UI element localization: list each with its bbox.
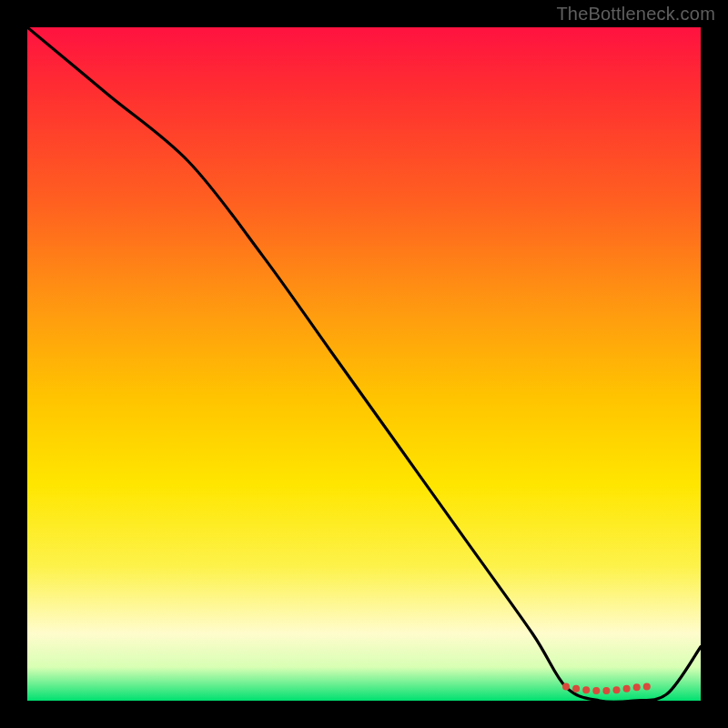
plot-area [27, 27, 701, 701]
marker-point [602, 687, 610, 694]
marker-point [643, 682, 651, 690]
marker-point [623, 685, 631, 693]
marker-point [613, 686, 621, 693]
marker-point [592, 687, 600, 694]
watermark-text: TheBottleneck.com [556, 4, 715, 25]
marker-group [562, 682, 651, 693]
marker-point [633, 683, 641, 691]
line-series [27, 27, 701, 701]
marker-point [562, 682, 570, 690]
chart-svg [27, 27, 701, 701]
marker-point [582, 686, 590, 693]
chart-container: TheBottleneck.com [0, 0, 728, 728]
marker-point [572, 685, 580, 693]
